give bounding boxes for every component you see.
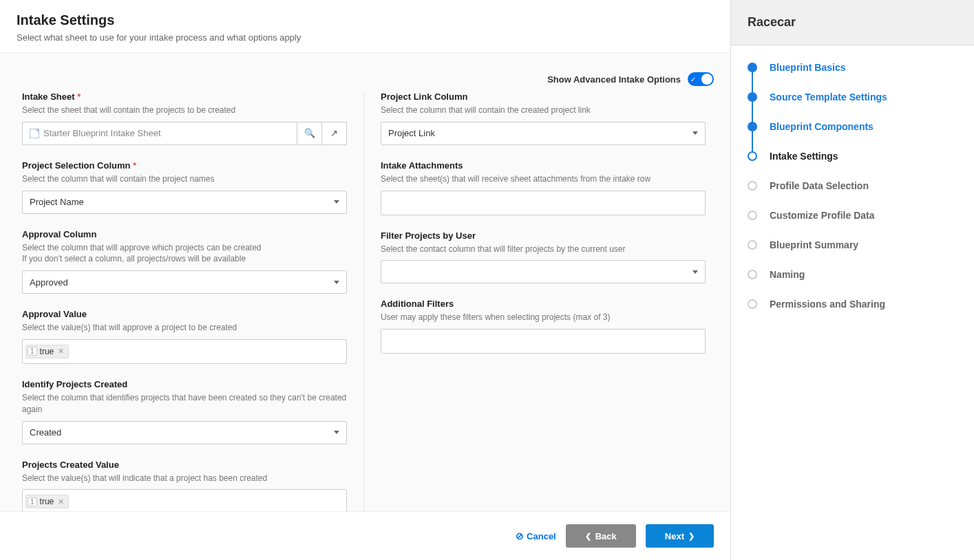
intake-attachments-desc: Select the sheet(s) that will receive sh… (381, 173, 706, 185)
approval-value-input[interactable]: 1 true ✕ (22, 339, 347, 364)
step-dot-icon (748, 240, 757, 250)
page-subtitle: Select what sheet to use for your intake… (17, 32, 714, 43)
step-item[interactable]: Source Template Settings (748, 91, 957, 121)
created-value-input[interactable]: 1 true ✕ (22, 489, 347, 511)
search-button[interactable]: 🔍 (297, 122, 322, 145)
step-item[interactable]: Customize Profile Data (748, 210, 957, 239)
step-label: Profile Data Selection (770, 180, 869, 191)
chevron-down-icon (334, 431, 339, 434)
project-selection-label: Project Selection Column * (22, 160, 347, 171)
step-label: Intake Settings (770, 151, 838, 162)
created-value-desc: Select the value(s) that will indicate t… (22, 473, 347, 484)
step-item[interactable]: Naming (748, 269, 957, 299)
sidebar-title: Racecar (748, 15, 957, 30)
step-item[interactable]: Blueprint Summary (748, 239, 957, 269)
filter-user-select[interactable] (381, 260, 706, 283)
step-dot-icon (748, 122, 757, 131)
chevron-right-icon: ❯ (688, 532, 695, 541)
sidebar-header: Racecar (731, 0, 974, 45)
step-item[interactable]: Blueprint Components (748, 121, 957, 151)
intake-attachments-input[interactable] (381, 191, 706, 215)
project-link-label: Project Link Column (381, 91, 706, 102)
step-label: Blueprint Summary (770, 239, 858, 250)
identify-created-select[interactable]: Created (22, 421, 347, 444)
project-selection-desc: Select the column that will contain the … (22, 173, 347, 185)
sheet-icon (30, 129, 39, 138)
next-button[interactable]: Next❯ (646, 524, 714, 548)
tag: 1 true ✕ (25, 345, 69, 358)
chevron-left-icon: ❮ (585, 532, 591, 541)
intake-sheet-label: Intake Sheet * (22, 91, 347, 102)
chevron-down-icon (334, 200, 339, 204)
toggle-knob (701, 74, 712, 85)
open-button[interactable]: ↗ (322, 122, 347, 145)
intake-attachments-label: Intake Attachments (381, 160, 706, 171)
step-dot-icon (748, 270, 757, 279)
remove-tag-icon[interactable]: ✕ (56, 347, 65, 356)
page-header: Intake Settings Select what sheet to use… (0, 0, 730, 53)
step-dot-icon (748, 299, 757, 309)
step-item[interactable]: Blueprint Basics (748, 62, 957, 91)
intake-sheet-desc: Select the sheet that will contain the p… (22, 105, 347, 116)
approval-column-desc: Select the column that will approve whic… (22, 242, 347, 266)
back-button[interactable]: ❮Back (566, 524, 636, 548)
check-icon: ✓ (690, 76, 696, 83)
external-link-icon: ↗ (330, 128, 338, 138)
step-label: Source Template Settings (770, 91, 887, 103)
step-item[interactable]: Permissions and Sharing (748, 299, 957, 310)
step-label: Blueprint Components (770, 121, 874, 132)
chevron-down-icon (692, 131, 698, 135)
step-label: Customize Profile Data (770, 210, 874, 221)
approval-column-label: Approval Column (22, 229, 347, 239)
approval-value-desc: Select the value(s) that will approve a … (22, 322, 347, 334)
step-dot-icon (748, 92, 757, 102)
additional-filters-label: Additional Filters (381, 299, 706, 309)
sidebar: Racecar Blueprint BasicsSource Template … (730, 0, 974, 560)
cancel-button[interactable]: Cancel (516, 530, 556, 541)
tag: 1 true ✕ (25, 495, 69, 508)
search-icon: 🔍 (304, 128, 315, 138)
step-item[interactable]: Intake Settings (748, 151, 957, 180)
page-title: Intake Settings (17, 12, 714, 28)
step-label: Blueprint Basics (770, 62, 845, 73)
chevron-down-icon (334, 281, 339, 284)
approval-value-label: Approval Value (22, 309, 347, 319)
intake-sheet-input[interactable]: Starter Blueprint Intake Sheet (22, 122, 297, 145)
step-dot-icon (748, 151, 757, 161)
filter-user-desc: Select the contact column that will filt… (381, 244, 706, 255)
identify-created-desc: Select the column that identifies projec… (22, 392, 347, 416)
step-dot-icon (748, 181, 757, 191)
remove-tag-icon[interactable]: ✕ (56, 497, 65, 506)
step-list: Blueprint BasicsSource Template Settings… (731, 45, 974, 326)
identify-created-label: Identify Projects Created (22, 379, 347, 389)
created-value-label: Projects Created Value (22, 460, 347, 470)
step-dot-icon (748, 63, 757, 72)
step-label: Naming (770, 269, 805, 280)
filter-user-label: Filter Projects by User (381, 230, 706, 241)
advanced-toggle-label: Show Advanced Intake Options (547, 74, 681, 85)
additional-filters-input[interactable] (381, 329, 706, 354)
advanced-toggle[interactable]: ✓ (688, 72, 714, 86)
project-link-select[interactable]: Project Link (381, 122, 706, 145)
project-selection-select[interactable]: Project Name (22, 191, 347, 214)
step-label: Permissions and Sharing (770, 299, 885, 310)
step-dot-icon (748, 211, 757, 220)
project-link-desc: Select the column that will contain the … (381, 105, 706, 116)
step-item[interactable]: Profile Data Selection (748, 180, 957, 210)
footer: Cancel ❮Back Next❯ (0, 511, 730, 560)
approval-column-select[interactable]: Approved (22, 270, 347, 294)
additional-filters-desc: User may apply these filters when select… (381, 312, 706, 323)
chevron-down-icon (692, 270, 698, 274)
